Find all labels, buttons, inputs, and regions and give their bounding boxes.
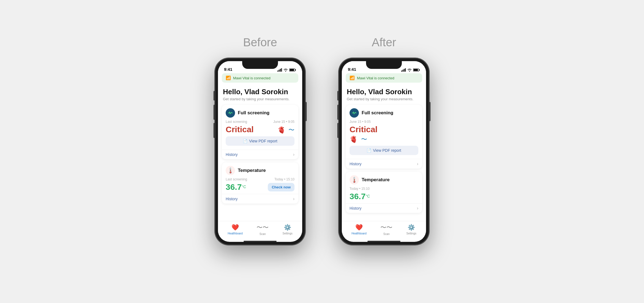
temperature-body: Last screening Today • 15:10 36.7°C Chec… xyxy=(222,177,298,194)
signal-icon xyxy=(277,68,282,72)
after-phone-screen: 9:41 xyxy=(342,61,426,242)
wifi-signal-icon: 📶 xyxy=(226,75,231,80)
after-full-screening-icon-circle xyxy=(350,108,359,118)
temp-number-after: 36.7 xyxy=(350,192,365,201)
after-pdf-icon: 📄 xyxy=(367,148,371,153)
home-indicator-before xyxy=(244,241,277,242)
nav-scan-before[interactable]: 〜〜 Scan xyxy=(256,223,269,236)
full-screening-icon-circle xyxy=(226,108,235,118)
full-screening-card-before: Full screening Last screening June 15 • … xyxy=(222,105,298,159)
full-screening-meta-row: Last screening June 15 • 9:05 xyxy=(226,120,294,124)
after-full-screening-body: June 15 • 9:05 Critical 🫀 〜 📄 View PDF r… xyxy=(346,120,422,159)
after-temperature-title: Temperature xyxy=(362,177,390,183)
scan-label-after: Scan xyxy=(383,232,390,236)
full-screening-header: Full screening xyxy=(222,105,298,120)
history-label-before: History xyxy=(226,152,238,157)
svg-rect-9 xyxy=(404,69,405,72)
temp-last-screening-label: Last screening xyxy=(226,177,247,181)
heart-nav-icon-before: ❤️ xyxy=(231,224,239,231)
after-heartbeat-icon xyxy=(351,110,357,116)
after-phone-notch xyxy=(366,61,402,69)
after-connected-text: Mawi Vital is connected xyxy=(357,76,394,80)
wave-icon: 〜 xyxy=(288,126,294,134)
svg-rect-8 xyxy=(403,70,403,72)
critical-status-after: Critical xyxy=(350,125,378,134)
connected-text: Mawi Vital is connected xyxy=(233,76,271,80)
after-full-screening-title: Full screening xyxy=(362,110,393,116)
pdf-button-label-after: View PDF report xyxy=(373,148,401,153)
temp-unit-before: °C xyxy=(242,185,246,189)
temperature-card-after: 🌡️ Temperature Today • 15:10 36.7°C Hist… xyxy=(346,172,422,213)
before-label: Before xyxy=(243,36,277,49)
after-wave-icon: 〜 xyxy=(361,135,367,144)
svg-rect-5 xyxy=(295,69,296,71)
temp-history-label-after: History xyxy=(350,206,362,210)
after-label: After xyxy=(372,36,396,49)
check-now-button[interactable]: Check now xyxy=(268,183,294,191)
bottom-nav-before: ❤️ Healthboard 〜〜 Scan ⚙️ Settings xyxy=(218,221,302,240)
svg-rect-0 xyxy=(277,71,278,72)
scan-nav-icon-before: 〜〜 xyxy=(256,223,269,232)
nav-settings-after[interactable]: ⚙️ Settings xyxy=(406,224,416,235)
history-label-after: History xyxy=(350,162,362,166)
before-phone-screen: 9:41 xyxy=(218,61,302,242)
temperature-history-row-before[interactable]: History › xyxy=(222,194,298,204)
temperature-title: Temperature xyxy=(238,168,266,173)
after-status-time: 9:41 xyxy=(348,67,356,72)
pdf-icon: 📄 xyxy=(243,139,247,143)
full-screening-body: Last screening June 15 • 9:05 Critical 🫀… xyxy=(222,120,298,150)
after-signal-icon xyxy=(401,68,406,72)
full-screening-card-after: Full screening June 15 • 9:05 Critical 🫀… xyxy=(346,105,422,169)
nav-healthboard-before[interactable]: ❤️ Healthboard xyxy=(228,224,242,235)
full-screening-history-row-after[interactable]: History › xyxy=(346,159,422,169)
after-greeting-subtitle: Get started by taking your measurements. xyxy=(347,97,421,101)
temperature-header: 🌡️ Temperature xyxy=(222,163,298,177)
battery-icon xyxy=(289,68,296,72)
after-full-screening-header: Full screening xyxy=(346,105,422,120)
after-status-icons xyxy=(401,68,420,72)
svg-rect-2 xyxy=(280,69,281,72)
after-greeting-section: Hello, Vlad Sorokin Get started by takin… xyxy=(342,85,426,103)
nav-healthboard-after[interactable]: ❤️ Healthboard xyxy=(351,224,366,235)
after-phone-frame: 9:41 xyxy=(339,58,429,245)
pdf-button-label-before: View PDF report xyxy=(249,139,277,143)
healthboard-label-after: Healthboard xyxy=(351,232,366,235)
power-heart-icon: 🫀 xyxy=(277,126,286,134)
heart-nav-icon-after: ❤️ xyxy=(355,224,363,231)
nav-settings-before[interactable]: ⚙️ Settings xyxy=(283,224,293,235)
after-temperature-header: 🌡️ Temperature xyxy=(346,172,422,187)
after-wifi-icon xyxy=(407,68,412,72)
nav-scan-after[interactable]: 〜〜 Scan xyxy=(380,223,392,236)
svg-rect-12 xyxy=(419,69,420,71)
after-temp-icon-circle: 🌡️ xyxy=(350,175,359,185)
phone-notch xyxy=(242,61,278,69)
full-screening-date-before: June 15 • 9:05 xyxy=(273,120,294,124)
after-connected-banner: 📶 Mawi Vital is connected xyxy=(346,73,422,83)
view-pdf-button-before[interactable]: 📄 View PDF report xyxy=(226,136,294,146)
temp-history-label-before: History xyxy=(226,197,238,201)
after-screen-content: 📶 Mawi Vital is connected Hello, Vlad So… xyxy=(342,73,426,242)
temp-date-before: Today • 15:10 xyxy=(274,177,294,181)
full-screening-history-row-before[interactable]: History › xyxy=(222,150,298,159)
temp-date-after: Today • 15:10 xyxy=(350,187,418,191)
temp-meta-row: Last screening Today • 15:10 xyxy=(226,177,294,181)
svg-rect-7 xyxy=(401,71,402,72)
greeting-subtitle: Get started by taking your measurements. xyxy=(223,97,297,101)
healthboard-label-before: Healthboard xyxy=(228,232,242,235)
view-pdf-button-after[interactable]: 📄 View PDF report xyxy=(350,146,418,155)
settings-nav-icon-after: ⚙️ xyxy=(408,224,415,231)
before-phone-frame: 9:41 xyxy=(215,58,305,245)
bottom-nav-after: ❤️ Healthboard 〜〜 Scan ⚙️ Settings xyxy=(342,221,426,240)
svg-rect-10 xyxy=(405,68,406,72)
history-chevron-after: › xyxy=(417,161,418,166)
temperature-history-row-after[interactable]: History › xyxy=(346,203,422,213)
history-chevron-before: › xyxy=(293,152,294,157)
svg-rect-1 xyxy=(279,70,280,72)
temp-value-row-before: 36.7°C Check now xyxy=(226,182,294,192)
temp-history-chevron-after: › xyxy=(417,206,418,211)
screening-icons-before: 🫀 〜 xyxy=(277,126,294,134)
greeting-section: Hello, Vlad Sorokin Get started by takin… xyxy=(218,85,302,103)
home-indicator-after xyxy=(367,241,400,242)
after-power-heart-icon: 🫀 xyxy=(350,136,358,143)
temp-number-before: 36.7 xyxy=(226,182,242,191)
